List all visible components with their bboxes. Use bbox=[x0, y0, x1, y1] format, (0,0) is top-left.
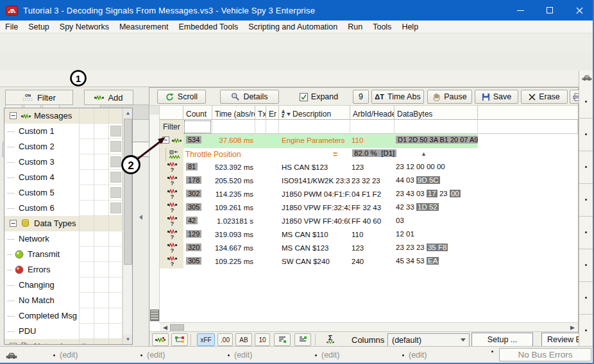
sort-ascending-button[interactable] bbox=[274, 333, 291, 346]
menu-item-setup[interactable]: Setup bbox=[23, 22, 55, 31]
tree-grid-cell[interactable] bbox=[94, 154, 108, 170]
tree-grid-cell[interactable] bbox=[94, 216, 108, 231]
tree-grid-cell[interactable] bbox=[79, 293, 94, 308]
tree-grid-cell[interactable] bbox=[79, 324, 94, 339]
color-box[interactable] bbox=[110, 203, 121, 213]
tree-grid-cell[interactable] bbox=[108, 185, 123, 201]
signal-row-throttle-position[interactable]: Throttle Position = 82.0 % [D1] ▲ bbox=[160, 148, 578, 161]
add-button[interactable]: Add bbox=[84, 90, 133, 105]
vertical-scrollbar[interactable] bbox=[149, 106, 160, 322]
tree-grid-cell[interactable] bbox=[108, 247, 123, 262]
table-row[interactable]: ?305109.261 msJ1850 VPW FF:32:43FF 32 43… bbox=[160, 201, 578, 215]
expander-icon[interactable] bbox=[10, 112, 17, 119]
tree-grid-cell[interactable] bbox=[79, 170, 94, 185]
scroll-down-icon[interactable]: ▼ bbox=[123, 335, 133, 344]
ascii-display-button[interactable]: AB bbox=[235, 333, 252, 346]
tree-grid-cell[interactable] bbox=[108, 201, 123, 216]
color-box[interactable] bbox=[110, 187, 121, 198]
tree-grid-cell[interactable] bbox=[94, 293, 108, 308]
tree-grid-cell[interactable] bbox=[108, 154, 123, 170]
color-box[interactable] bbox=[110, 141, 121, 152]
menu-item-embedded-tools[interactable]: Embedded Tools bbox=[173, 22, 243, 31]
color-box[interactable] bbox=[110, 172, 121, 183]
tree-scrollbar[interactable]: ▲ ▼ bbox=[123, 108, 132, 344]
tree-item-custom-2[interactable]: Custom 2 bbox=[4, 139, 123, 154]
header-er[interactable]: Er bbox=[266, 106, 279, 120]
tree-item-data-types[interactable]: Data Types bbox=[4, 216, 123, 231]
status-edit-segment[interactable]: (edit) bbox=[315, 351, 339, 360]
tree-item-pdu[interactable]: PDU bbox=[4, 324, 123, 339]
tree-grid-cell[interactable] bbox=[94, 185, 108, 201]
tree-grid-cell[interactable] bbox=[108, 170, 123, 185]
binary-display-button[interactable]: 10 bbox=[255, 333, 270, 346]
tree-item-messages[interactable]: Messages bbox=[4, 108, 123, 124]
base-9-button[interactable]: 9 bbox=[353, 90, 369, 104]
table-row[interactable]: ?302114.235 msJ1850 PWM 04:F1:F204 F1 F2… bbox=[160, 188, 578, 201]
menu-item-help[interactable]: Help bbox=[396, 22, 423, 31]
tree-grid-cell[interactable] bbox=[108, 108, 123, 124]
dock-panel-handle[interactable] bbox=[579, 315, 594, 347]
tree-grid-cell[interactable] bbox=[79, 308, 94, 324]
table-row[interactable]: ?421.023181 sJ1850 VPW FF:40:60FF 40 600… bbox=[160, 215, 578, 228]
tree-grid-cell[interactable] bbox=[94, 308, 108, 324]
filter-arbid-input[interactable] bbox=[350, 120, 395, 134]
status-edit-segment[interactable]: (edit) bbox=[140, 351, 165, 360]
status-edit-segment[interactable]: (edit) bbox=[228, 351, 252, 360]
tree-grid-cell[interactable] bbox=[108, 124, 123, 139]
hex-display-button[interactable]: xFF bbox=[197, 333, 215, 346]
tree-grid-cell[interactable] bbox=[94, 170, 108, 185]
sidebar-collapse-button[interactable] bbox=[139, 212, 145, 222]
tree-grid-cell[interactable] bbox=[79, 124, 94, 139]
horizontal-scrollbar[interactable]: ◀ ▶ bbox=[160, 322, 578, 331]
scroll-up-icon[interactable]: ▲ bbox=[123, 108, 133, 118]
menu-item-measurement[interactable]: Measurement bbox=[114, 22, 173, 31]
tree-grid-cell[interactable] bbox=[94, 247, 108, 262]
time-abs-button[interactable]: ΔT Time Abs bbox=[371, 90, 424, 104]
tree-item-networks[interactable]: Networks bbox=[4, 339, 123, 345]
tree-grid-cell[interactable] bbox=[79, 216, 94, 231]
tree-grid-cell[interactable] bbox=[94, 277, 108, 293]
menu-item-spy-networks[interactable]: Spy Networks bbox=[55, 22, 114, 31]
dock-panel-handle[interactable] bbox=[579, 86, 594, 119]
filter-button[interactable]: ON::::: Filter bbox=[5, 90, 73, 105]
filter-tx-input[interactable] bbox=[255, 120, 266, 134]
scroll-left-icon[interactable]: ◀ bbox=[161, 324, 169, 331]
network-view-button[interactable] bbox=[171, 333, 188, 346]
tree-grid-cell[interactable] bbox=[94, 108, 108, 124]
tree-item-completed-msg[interactable]: Completed Msg bbox=[4, 308, 123, 324]
tree-grid-cell[interactable] bbox=[94, 139, 108, 154]
filter-time-input[interactable] bbox=[212, 120, 255, 134]
tree-grid-cell[interactable] bbox=[79, 201, 94, 216]
tree-grid-cell[interactable] bbox=[79, 262, 94, 277]
filter-description-input[interactable] bbox=[279, 120, 350, 134]
header-arbid[interactable]: ArbId/Header bbox=[350, 106, 395, 120]
tree-item-errors[interactable]: Errors bbox=[4, 262, 123, 277]
tree-grid-cell[interactable] bbox=[108, 308, 123, 324]
tree-item-changing[interactable]: Changing bbox=[4, 277, 123, 293]
dock-panel-handle[interactable] bbox=[579, 217, 594, 249]
signal-view-button[interactable] bbox=[152, 333, 169, 346]
menu-item-file[interactable]: File bbox=[0, 22, 23, 31]
checkbox-checked-icon[interactable] bbox=[300, 93, 308, 101]
tree-grid-cell[interactable] bbox=[79, 108, 94, 124]
decimal-display-button[interactable]: .00 bbox=[217, 333, 233, 346]
filter-databytes-input[interactable] bbox=[395, 120, 478, 134]
scroll-button[interactable]: Scroll bbox=[157, 90, 206, 104]
menu-item-tools[interactable]: Tools bbox=[368, 22, 396, 31]
dock-panel-handle[interactable] bbox=[579, 249, 594, 282]
erase-button[interactable]: Erase bbox=[521, 90, 568, 104]
tree-grid-cell[interactable] bbox=[94, 262, 108, 277]
scroll-right-icon[interactable]: ▶ bbox=[568, 324, 577, 331]
scrollbar-top-box[interactable] bbox=[150, 106, 159, 115]
tree-grid-cell[interactable] bbox=[79, 139, 94, 154]
h-scrollbar-thumb[interactable] bbox=[170, 324, 184, 331]
header-count[interactable]: Count bbox=[183, 106, 212, 120]
header-time[interactable]: Time (abs/rel) bbox=[212, 106, 255, 120]
color-box[interactable] bbox=[110, 126, 121, 136]
expand-checkbox[interactable]: Expand bbox=[290, 90, 348, 104]
color-box[interactable] bbox=[110, 156, 121, 167]
collapse-expander-icon[interactable] bbox=[162, 136, 169, 144]
table-row[interactable]: ?81523.392 msHS CAN $12312323 12 00 00 0… bbox=[160, 161, 578, 174]
tree-grid-cell[interactable] bbox=[79, 185, 94, 201]
dock-panel-handle[interactable] bbox=[579, 119, 594, 151]
